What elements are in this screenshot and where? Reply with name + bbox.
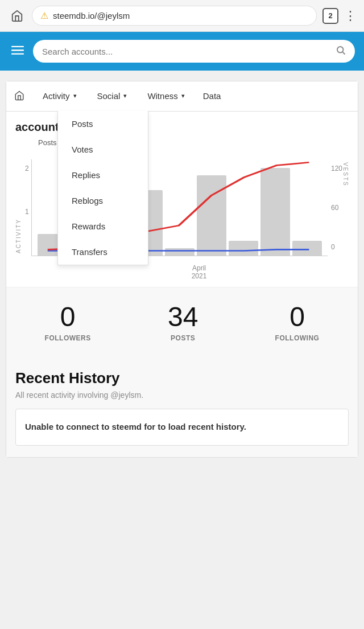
stats-section: 0 FOLLOWERS 34 POSTS 0 FOLLOWING — [6, 287, 358, 358]
following-count: 0 — [275, 303, 320, 331]
x-label-month: April — [192, 264, 206, 272]
chevron-down-icon: ▾ — [181, 92, 185, 100]
search-icon[interactable] — [336, 45, 346, 57]
tab-social-label: Social — [97, 91, 121, 101]
stat-posts: 34 POSTS — [168, 303, 198, 342]
dropdown-item-rewards[interactable]: Rewards — [58, 213, 148, 239]
y-right-0: 0 — [331, 243, 342, 251]
tab-count[interactable]: 2 — [322, 8, 338, 24]
error-message: Unable to connect to steemd for to load … — [25, 421, 339, 434]
url-text: steemdb.io/@jeylsm — [53, 11, 130, 20]
posts-label: POSTS — [168, 334, 198, 342]
chevron-down-icon: ▾ — [123, 92, 127, 100]
app-header — [0, 32, 364, 71]
dropdown-item-transfers[interactable]: Transfers — [58, 239, 148, 265]
svg-line-4 — [342, 52, 345, 54]
recent-history-subtitle: All recent activity involving @jeylsm. — [15, 390, 349, 400]
y-axis-right-numbers: 120 60 0 — [331, 162, 342, 253]
dropdown-item-reblogs[interactable]: Reblogs — [58, 188, 148, 213]
svg-rect-0 — [11, 46, 24, 47]
dropdown-item-replies[interactable]: Replies — [58, 162, 148, 188]
tab-social[interactable]: Social ▾ — [87, 81, 138, 111]
recent-history-section: Recent History All recent activity invol… — [6, 358, 358, 457]
tab-data[interactable]: Data — [195, 81, 229, 111]
browser-home-button[interactable] — [8, 7, 26, 25]
more-button[interactable]: ⋮ — [344, 9, 356, 23]
legend-posts-label: Posts — [38, 138, 57, 147]
tab-activity-label: Activity — [43, 91, 70, 101]
y-axis-right-label: VESTS — [342, 162, 349, 253]
svg-rect-1 — [11, 50, 24, 51]
tab-witness-label: Witness — [147, 91, 177, 101]
y-left-2: 2 — [25, 165, 29, 172]
y-right-120: 120 — [331, 165, 342, 172]
y-axis-left-numbers: 2 1 — [25, 162, 29, 253]
activity-dropdown: Posts Votes Replies Reblogs Rewards Tran… — [57, 111, 148, 265]
main-content-card: Activity ▾ Posts Votes Replies Reblogs R… — [6, 81, 358, 458]
tab-home[interactable] — [6, 81, 32, 111]
search-input[interactable] — [42, 47, 331, 56]
hamburger-menu-button[interactable] — [9, 42, 26, 61]
error-box: Unable to connect to steemd for to load … — [15, 409, 349, 446]
warning-icon: ⚠ — [40, 10, 48, 21]
svg-point-3 — [337, 47, 344, 53]
x-label-year: 2021 — [192, 272, 207, 280]
followers-count: 0 — [45, 303, 91, 331]
stat-followers: 0 FOLLOWERS — [45, 303, 91, 342]
address-bar[interactable]: ⚠ steemdb.io/@jeylsm — [32, 6, 317, 26]
search-bar[interactable] — [33, 40, 355, 63]
dropdown-item-votes[interactable]: Votes — [58, 137, 148, 162]
browser-chrome: ⚠ steemdb.io/@jeylsm 2 ⋮ — [0, 0, 364, 32]
followers-label: FOLLOWERS — [45, 334, 91, 342]
nav-tabs: Activity ▾ Posts Votes Replies Reblogs R… — [6, 81, 358, 112]
posts-count: 34 — [168, 303, 198, 331]
dropdown-item-posts[interactable]: Posts — [58, 111, 148, 137]
y-right-60: 60 — [331, 204, 342, 212]
tab-data-label: Data — [203, 91, 221, 101]
tab-activity[interactable]: Activity ▾ Posts Votes Replies Reblogs R… — [32, 81, 87, 111]
stat-following: 0 FOLLOWING — [275, 303, 320, 342]
recent-history-title: Recent History — [15, 369, 349, 387]
y-axis-left-label: ACTIVITY — [15, 162, 22, 253]
tab-witness[interactable]: Witness ▾ — [137, 81, 195, 111]
svg-rect-2 — [11, 53, 24, 54]
chart-x-labels: April 2021 — [15, 264, 349, 280]
chevron-down-icon: ▾ — [73, 92, 77, 100]
following-label: FOLLOWING — [275, 334, 320, 342]
y-left-1: 1 — [25, 208, 29, 216]
